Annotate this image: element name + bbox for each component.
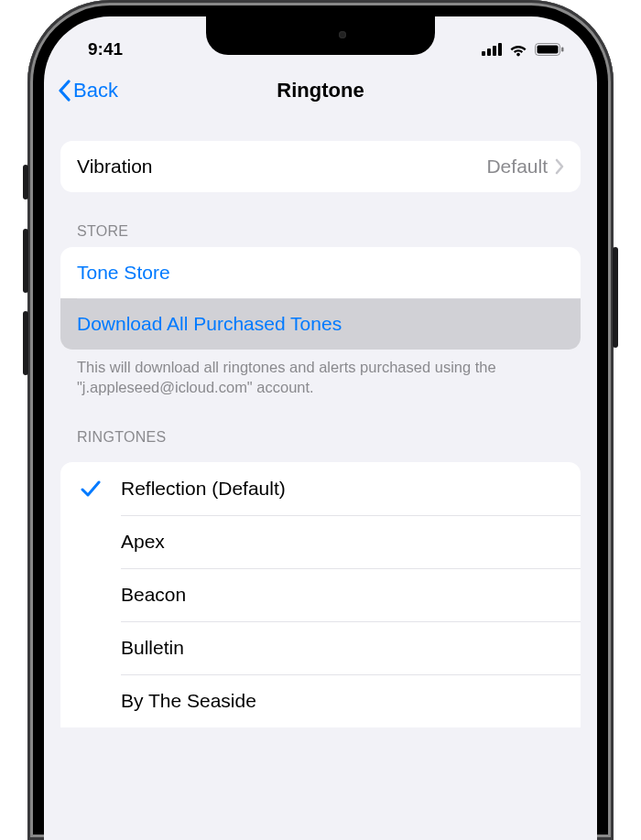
battery-icon xyxy=(535,43,564,56)
wifi-icon xyxy=(508,43,528,57)
tone-store-row[interactable]: Tone Store xyxy=(60,247,581,298)
ringtone-row[interactable]: Apex xyxy=(60,515,581,568)
vibration-label: Vibration xyxy=(77,156,486,178)
svg-rect-1 xyxy=(487,48,491,56)
store-group: Tone Store Download All Purchased Tones xyxy=(60,247,581,350)
front-camera xyxy=(339,31,346,38)
screen: 9:41 xyxy=(44,16,597,840)
svg-rect-5 xyxy=(538,46,559,54)
volume-down-button xyxy=(23,311,28,375)
ringtone-label: Reflection (Default) xyxy=(121,478,564,500)
back-label: Back xyxy=(73,79,118,102)
svg-rect-0 xyxy=(482,51,485,56)
svg-rect-2 xyxy=(493,46,496,56)
notch xyxy=(206,16,435,55)
check-icon xyxy=(60,479,121,498)
ringtone-label: By The Seaside xyxy=(121,690,564,712)
store-footer: This will download all ringtones and ale… xyxy=(44,350,597,398)
status-time: 9:41 xyxy=(88,39,123,59)
back-button[interactable]: Back xyxy=(57,79,118,102)
volume-up-button xyxy=(23,229,28,293)
vibration-value: Default xyxy=(486,156,548,178)
ringtone-row[interactable]: Beacon xyxy=(60,568,581,621)
download-all-row[interactable]: Download All Purchased Tones xyxy=(60,298,581,350)
chevron-right-icon xyxy=(555,158,564,175)
tone-store-label: Tone Store xyxy=(77,262,564,284)
device-frame: 9:41 xyxy=(27,0,614,840)
cellular-icon xyxy=(482,43,502,56)
download-all-label: Download All Purchased Tones xyxy=(77,313,564,335)
vibration-group: Vibration Default xyxy=(60,141,581,192)
svg-rect-3 xyxy=(498,43,502,56)
chevron-left-icon xyxy=(57,80,71,102)
mute-switch xyxy=(23,165,28,199)
ringtone-row[interactable]: By The Seaside xyxy=(60,674,581,727)
ringtone-label: Beacon xyxy=(121,584,564,606)
ringtone-label: Apex xyxy=(121,531,564,553)
ringtone-row[interactable]: Bulletin xyxy=(60,621,581,674)
vibration-row[interactable]: Vibration Default xyxy=(60,141,581,192)
svg-rect-6 xyxy=(561,48,564,52)
status-indicators xyxy=(482,43,564,57)
ringtone-label: Bulletin xyxy=(121,637,564,659)
ringtones-header: RINGTONES xyxy=(44,398,597,453)
nav-bar: Back Ringtone xyxy=(44,66,597,115)
content: Vibration Default STORE Tone Store Downl… xyxy=(44,115,597,727)
page-title: Ringtone xyxy=(277,79,364,102)
power-button xyxy=(613,247,618,348)
store-header: STORE xyxy=(44,192,597,247)
ringtones-group: Reflection (Default) Apex Beacon Bulleti… xyxy=(60,462,581,727)
ringtone-row[interactable]: Reflection (Default) xyxy=(60,462,581,515)
